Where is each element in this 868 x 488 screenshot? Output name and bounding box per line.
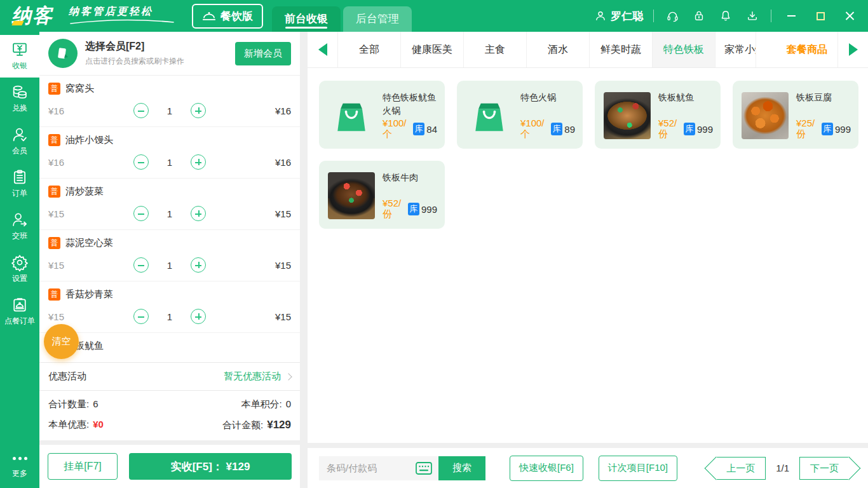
combo-products-tab[interactable]: 套餐商品 [776,32,837,67]
item-quantity: 1 [149,105,191,116]
main-area: 收银 兑换 会员 订单 交班 [0,32,868,488]
topbar-tab[interactable]: 后台管理 [343,6,412,32]
plus-button[interactable] [191,154,206,170]
item-name: 油炸小馒头 [65,134,113,146]
shopping-bag-icon [471,97,508,134]
stock-count: 999 [421,204,437,215]
minimize-button[interactable] [782,8,801,24]
product-card[interactable]: 铁板牛肉 ¥52/份 库 999 [319,161,445,229]
add-member-button[interactable]: 新增会员 [235,42,291,65]
category-tab[interactable]: 酒水 [527,32,590,67]
sidebar-item[interactable]: 兑换 [0,78,39,120]
item-unit-price: ¥16 [48,157,97,168]
plus-button[interactable] [191,309,206,324]
quantity-stepper: 1 [133,257,206,273]
divider [653,10,654,22]
minus-button[interactable] [133,154,149,170]
quick-cash-button[interactable]: 快速收银[F6] [510,456,583,481]
minus-button[interactable] [133,206,149,221]
prev-page-button[interactable]: 上一页 [716,457,766,480]
cart-row[interactable]: 普 油炸小馒头 ¥16 1 ¥16 [39,127,300,179]
product-card[interactable]: 特色火锅 ¥100/个 库 89 [457,81,583,149]
stock-count: 999 [835,124,851,135]
item-type-badge: 普 [48,83,60,95]
edition-button[interactable]: 餐饮版 [192,4,263,29]
stock-count: 999 [697,124,713,135]
category-tab[interactable]: 主食 [464,32,527,67]
clear-cart-button[interactable]: 清空 [44,324,79,359]
sidebar-item-label: 更多 [12,468,27,479]
category-next-arrow[interactable] [837,32,868,67]
sidebar-item[interactable]: 设置 [0,248,39,290]
order-summary: 合计数量:6 本单积分:0 本单优惠:¥0 合计金额:¥129 [39,390,300,440]
quantity-stepper: 1 [133,103,206,118]
product-price: ¥25/份 [796,118,822,140]
exchange-icon [11,83,29,101]
stock-badge: 库 [822,123,833,135]
product-price: ¥100/个 [520,118,551,140]
promo-row[interactable]: 优惠活动 暂无优惠活动 [39,362,300,390]
lock-icon[interactable] [691,8,707,24]
category-prev-arrow[interactable] [308,32,338,67]
sidebar-item-more[interactable]: 更多 [0,444,39,485]
product-card[interactable]: 铁板鱿鱼 ¥52/份 库 999 [595,81,721,149]
shopping-bag-icon [333,97,370,134]
minus-button[interactable] [133,309,149,324]
cart-row[interactable]: 普 窝窝头 ¥16 1 ¥16 [39,76,300,127]
sidebar-item[interactable]: 点餐订单 [0,290,39,333]
user-chip[interactable]: 罗仁聪 [594,9,643,24]
select-member-area[interactable]: 选择会员[F2] 点击进行会员搜索或刷卡操作 [85,40,184,67]
keyboard-icon[interactable] [416,462,432,477]
total-qty-label: 合计数量: [48,398,89,410]
maximize-button[interactable] [811,8,830,24]
count-item-button[interactable]: 计次项目[F10] [599,456,677,481]
hold-order-button[interactable]: 挂单[F7] [48,453,118,480]
search-button[interactable]: 搜索 [438,456,485,480]
sidebar-item[interactable]: 会员 [0,120,39,163]
sidebar-item[interactable]: 订单 [0,163,39,205]
cart-row[interactable]: 普 香菇炒青菜 ¥15 1 ¥15 [39,281,300,333]
discount-label: 本单优惠: [48,419,89,431]
plus-button[interactable] [191,257,206,273]
close-button[interactable] [840,8,859,24]
category-tab[interactable]: 全部 [338,32,401,67]
cart-row[interactable]: 普 蒜泥空心菜 ¥15 1 ¥15 [39,230,300,281]
brand-slogan: 纳客管店更轻松 [69,5,175,25]
quantity-stepper: 1 [133,309,206,324]
item-type-badge: 普 [48,134,60,146]
minus-button[interactable] [133,257,149,273]
page-indicator: 1/1 [776,463,789,473]
topbar-right: 罗仁聪 [594,8,868,24]
category-tab[interactable]: 家常小炒 [715,32,756,67]
member-card-icon[interactable] [48,39,78,68]
category-tab[interactable]: 鲜美时蔬 [590,32,653,67]
sidebar-item[interactable]: 收银 [0,35,39,78]
item-quantity: 1 [149,157,191,168]
quantity-stepper: 1 [133,154,206,170]
product-name: 铁板鱿鱼 [658,91,713,104]
product-card[interactable]: 特色铁板鱿鱼火锅 ¥100/个 库 84 [319,81,445,149]
sidebar-item[interactable]: 交班 [0,205,39,248]
product-card[interactable]: 铁板豆腐 ¥25/份 库 999 [733,81,858,149]
logo-text: 纳客 [11,1,53,30]
cart-row[interactable]: 普 清炒菠菜 ¥15 1 ¥15 [39,179,300,230]
item-name: 窝窝头 [65,83,94,95]
plus-button[interactable] [191,103,206,118]
next-page-button[interactable]: 下一页 [799,457,849,480]
plus-button[interactable] [191,206,206,221]
stock-count: 84 [426,124,437,135]
category-tab[interactable]: 特色铁板 [653,32,715,67]
item-name: 清炒菠菜 [65,186,104,198]
topbar-tab[interactable]: 前台收银 [272,6,341,32]
item-total: ¥15 [275,311,291,322]
pay-button[interactable]: 实收[F5]： ¥129 [129,453,292,480]
product-image [604,92,651,139]
support-headset-icon[interactable] [664,8,681,24]
category-tab[interactable]: 健康医美 [401,32,464,67]
arrow-left-icon [318,43,327,56]
minus-button[interactable] [133,103,149,118]
sidebar-item-label: 兑换 [12,103,27,114]
product-image [328,92,375,139]
notification-bell-icon[interactable] [717,8,734,24]
download-icon[interactable] [744,8,761,24]
